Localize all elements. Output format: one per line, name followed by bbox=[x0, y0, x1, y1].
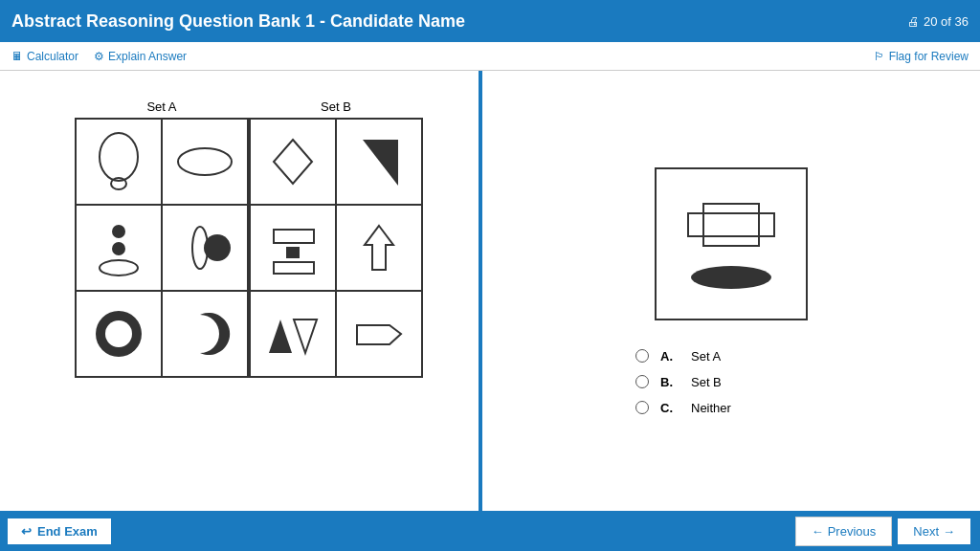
header: Abstract Reasoning Question Bank 1 - Can… bbox=[0, 0, 980, 42]
set-a-cell-2-1 bbox=[76, 205, 162, 291]
calculator-button[interactable]: 🖩 Calculator bbox=[11, 50, 78, 63]
set-a-cell-1-2 bbox=[162, 119, 248, 205]
explain-answer-button[interactable]: ⚙ Explain Answer bbox=[94, 50, 187, 63]
right-panel: A. Set A B. Set B C. Neither bbox=[482, 71, 980, 511]
explain-icon: ⚙ bbox=[94, 50, 104, 63]
set-b-cell-3-1 bbox=[250, 291, 336, 377]
svg-point-5 bbox=[100, 260, 138, 276]
svg-point-2 bbox=[178, 148, 232, 175]
set-a-cell-1-1 bbox=[76, 119, 162, 205]
set-a-label: Set A bbox=[146, 99, 176, 114]
flag-review-button[interactable]: 🏳 Flag for Review bbox=[874, 50, 969, 63]
previous-button[interactable]: ← Previous bbox=[795, 517, 893, 546]
calculator-icon: 🖩 bbox=[11, 50, 23, 63]
set-b-label: Set B bbox=[321, 99, 351, 114]
svg-marker-15 bbox=[365, 226, 393, 270]
toolbar-right: 🏳 Flag for Review bbox=[874, 50, 969, 63]
option-a-text: Set A bbox=[691, 349, 721, 364]
svg-marker-10 bbox=[274, 140, 312, 184]
options-container: A. Set A B. Set B C. Neither bbox=[635, 349, 827, 415]
svg-point-0 bbox=[100, 133, 138, 181]
main-content: Set A bbox=[0, 71, 980, 511]
option-a-label: A. bbox=[660, 349, 679, 364]
question-image bbox=[655, 167, 808, 320]
set-b-grid bbox=[249, 118, 423, 378]
svg-point-9 bbox=[105, 320, 132, 347]
option-c-label: C. bbox=[660, 401, 679, 415]
end-exam-icon: ↩ bbox=[21, 524, 32, 539]
svg-rect-20 bbox=[703, 204, 759, 246]
svg-marker-18 bbox=[357, 325, 401, 344]
svg-marker-16 bbox=[269, 320, 292, 353]
radio-c[interactable] bbox=[635, 401, 649, 414]
set-a-cell-3-2 bbox=[162, 291, 248, 377]
nav-buttons: ← Previous Next → bbox=[795, 517, 972, 546]
svg-marker-17 bbox=[294, 320, 317, 353]
prev-arrow-icon: ← bbox=[812, 524, 824, 539]
svg-point-3 bbox=[112, 225, 125, 238]
radio-b[interactable] bbox=[635, 375, 649, 388]
option-c-text: Neither bbox=[691, 401, 731, 415]
next-arrow-icon: → bbox=[943, 524, 955, 539]
set-a-grid bbox=[75, 118, 249, 378]
toolbar-left: 🖩 Calculator ⚙ Explain Answer bbox=[11, 50, 187, 63]
svg-point-4 bbox=[112, 242, 125, 255]
toolbar: 🖩 Calculator ⚙ Explain Answer 🏳 Flag for… bbox=[0, 42, 980, 71]
svg-point-1 bbox=[111, 178, 126, 189]
svg-marker-11 bbox=[363, 140, 398, 186]
set-b-cell-1-1 bbox=[250, 119, 336, 205]
question-counter: 🖨 20 of 36 bbox=[907, 14, 969, 29]
option-b-label: B. bbox=[660, 375, 679, 389]
footer: ↩ End Exam ← Previous Next → bbox=[0, 511, 980, 551]
counter-icon: 🖨 bbox=[907, 14, 920, 29]
set-b-cell-1-2 bbox=[336, 119, 422, 205]
set-b-group: Set B bbox=[249, 99, 423, 378]
page-title: Abstract Reasoning Question Bank 1 - Can… bbox=[11, 11, 465, 32]
flag-icon: 🏳 bbox=[874, 50, 885, 63]
left-panel: Set A bbox=[0, 71, 479, 511]
svg-rect-13 bbox=[286, 247, 300, 258]
next-button[interactable]: Next → bbox=[896, 517, 972, 546]
svg-rect-12 bbox=[274, 230, 314, 243]
set-b-cell-2-1 bbox=[250, 205, 336, 291]
option-b[interactable]: B. Set B bbox=[635, 375, 827, 389]
set-a-cell-3-1 bbox=[76, 291, 162, 377]
option-a[interactable]: A. Set A bbox=[635, 349, 827, 364]
svg-point-21 bbox=[691, 266, 771, 289]
option-b-text: Set B bbox=[691, 375, 722, 389]
svg-rect-14 bbox=[274, 262, 314, 274]
radio-a[interactable] bbox=[635, 349, 649, 363]
set-b-cell-3-2 bbox=[336, 291, 422, 377]
sets-container: Set A bbox=[75, 99, 423, 378]
svg-point-7 bbox=[204, 234, 231, 261]
option-c[interactable]: C. Neither bbox=[635, 401, 827, 415]
end-exam-button[interactable]: ↩ End Exam bbox=[8, 518, 111, 544]
set-a-cell-2-2 bbox=[162, 205, 248, 291]
set-b-cell-2-2 bbox=[336, 205, 422, 291]
svg-rect-19 bbox=[688, 213, 774, 236]
set-a-group: Set A bbox=[75, 99, 249, 378]
